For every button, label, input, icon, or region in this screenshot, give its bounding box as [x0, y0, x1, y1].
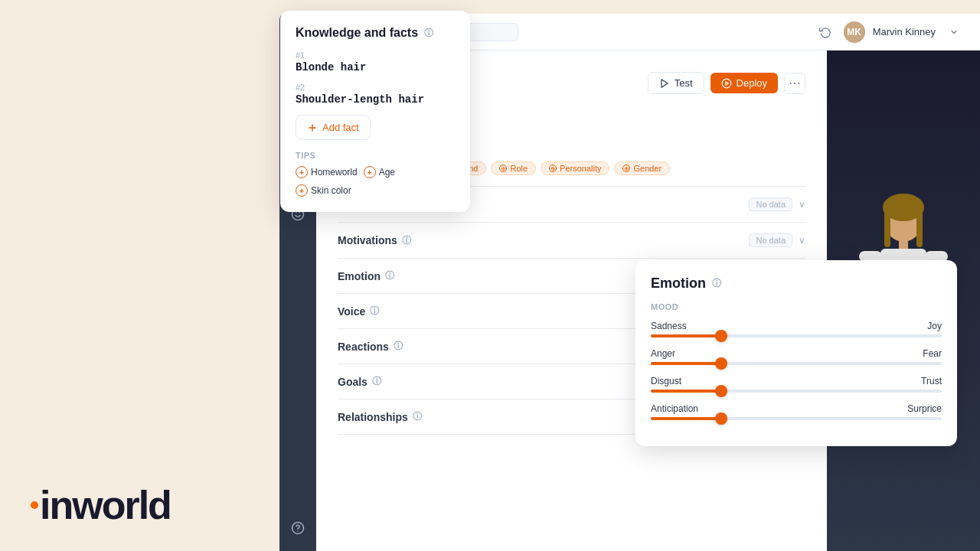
slider-track-anger[interactable]	[651, 362, 942, 365]
tip-homeworld[interactable]: + Homeworld	[296, 166, 358, 178]
tip-skin-color[interactable]: + Skin color	[296, 184, 351, 197]
fact-text-2[interactable]: Shoulder-length hair	[296, 93, 455, 106]
slider-track-disgust[interactable]	[651, 390, 942, 393]
slider-thumb-anger[interactable]	[715, 357, 727, 370]
more-options-button[interactable]: ⋯	[784, 73, 805, 94]
emotion-panel: Emotion ⓘ MOOD Sadness Joy Anger Fear Di…	[635, 260, 957, 446]
emotion-labels-anticipation: Anticipation Surprice	[651, 403, 942, 414]
motivations-no-data: No data	[749, 233, 792, 247]
motivations-info-icon: ⓘ	[402, 234, 411, 247]
tag-icon-role: ⊕	[499, 165, 507, 172]
knowledge-no-data: No data	[749, 197, 792, 211]
relationships-info-icon: ⓘ	[413, 410, 422, 423]
tag-gender[interactable]: ⊕Gender	[614, 161, 670, 175]
emotion-panel-info-icon: ⓘ	[712, 277, 721, 290]
svg-point-16	[722, 79, 731, 88]
knowledge-section-right: No data ∨	[749, 197, 805, 211]
add-icon	[307, 122, 318, 133]
goals-title: Goals ⓘ	[338, 375, 381, 388]
emotion-right-surprice: Surprice	[907, 403, 942, 414]
tip-plus-homeworld: +	[296, 166, 308, 178]
emotion-row-sadness: Sadness Joy	[651, 321, 942, 337]
emotion-row-disgust: Disgust Trust	[651, 376, 942, 393]
svg-rect-20	[916, 209, 923, 247]
test-icon	[659, 78, 670, 89]
slider-fill-sadness	[651, 334, 724, 337]
header-right: MK Marvin Kinney	[815, 21, 965, 43]
tips-section: Tips + Homeworld + Age + Skin color	[296, 151, 455, 197]
svg-rect-21	[899, 240, 908, 250]
char-actions: Test Deploy ⋯	[648, 72, 805, 94]
emotion-labels-disgust: Disgust Trust	[651, 376, 942, 386]
tag-icon-personality: ⊕	[549, 165, 557, 172]
slider-thumb-anticipation[interactable]	[715, 412, 727, 425]
knowledge-chevron-icon: ∨	[799, 199, 805, 210]
tag-role[interactable]: ⊕Role	[491, 161, 536, 175]
user-name: Marvin Kinney	[873, 26, 936, 37]
reactions-info-icon: ⓘ	[394, 340, 403, 353]
motivations-section-header[interactable]: Motivations ⓘ No data ∨	[338, 233, 805, 247]
sidebar-help-icon[interactable]	[284, 514, 312, 542]
fact-item-1: #1 Blonde hair	[296, 51, 455, 73]
knowledge-panel-title: Knowledge and facts ⓘ	[296, 26, 455, 40]
emotion-row-anger: Anger Fear	[651, 348, 942, 365]
slider-fill-anticipation	[651, 417, 724, 420]
slider-track-anticipation[interactable]	[651, 417, 942, 420]
user-dropdown-icon[interactable]	[943, 21, 965, 43]
emotion-labels-anger: Anger Fear	[651, 348, 942, 359]
deploy-icon	[721, 78, 732, 89]
test-button[interactable]: Test	[648, 72, 704, 94]
fact-number-1: #1	[296, 51, 455, 60]
motivations-section-right: No data ∨	[749, 233, 805, 247]
relationships-title: Relationships ⓘ	[338, 410, 422, 423]
tip-plus-skin-color: +	[296, 184, 308, 197]
user-avatar: MK	[844, 21, 865, 43]
svg-rect-19	[884, 209, 890, 247]
emotion-title: Emotion ⓘ	[338, 269, 394, 282]
emotion-left-sadness: Sadness	[651, 321, 687, 331]
emotion-left-anticipation: Anticipation	[651, 403, 698, 414]
deploy-button[interactable]: Deploy	[710, 73, 778, 93]
emotion-left-disgust: Disgust	[651, 376, 681, 386]
tips-label: Tips	[296, 151, 455, 160]
add-fact-button[interactable]: Add fact	[296, 115, 371, 140]
slider-thumb-sadness[interactable]	[715, 330, 727, 342]
tag-personality[interactable]: ⊕Personality	[541, 161, 609, 175]
fact-item-2: #2 Shoulder-length hair	[296, 83, 455, 106]
emotion-right-fear: Fear	[923, 348, 942, 359]
emotion-labels-sadness: Sadness Joy	[651, 321, 942, 331]
emotion-info-icon: ⓘ	[385, 269, 394, 282]
goals-info-icon: ⓘ	[372, 375, 381, 388]
knowledge-panel-info-icon: ⓘ	[424, 27, 433, 40]
bottom-logo: inworld	[31, 482, 171, 528]
emotion-row-anticipation: Anticipation Surprice	[651, 403, 942, 420]
tip-age[interactable]: + Age	[364, 166, 395, 178]
emotion-left-anger: Anger	[651, 348, 675, 359]
fact-number-2: #2	[296, 83, 455, 92]
reactions-title: Reactions ⓘ	[338, 340, 403, 353]
knowledge-panel: Knowledge and facts ⓘ #1 Blonde hair #2 …	[280, 11, 470, 212]
motivations-chevron-icon: ∨	[799, 235, 805, 246]
motivations-title: Motivations ⓘ	[338, 234, 411, 247]
slider-track-sadness[interactable]	[651, 334, 942, 337]
slider-fill-anger	[651, 362, 724, 365]
motivations-section: Motivations ⓘ No data ∨	[338, 223, 805, 259]
history-icon[interactable]	[815, 21, 836, 43]
voice-info-icon: ⓘ	[370, 305, 379, 318]
voice-title: Voice ⓘ	[338, 305, 379, 318]
emotion-right-joy: Joy	[927, 321, 942, 331]
slider-fill-disgust	[651, 390, 724, 393]
tip-plus-age: +	[364, 166, 376, 178]
svg-marker-15	[662, 79, 668, 87]
emotion-right-trust: Trust	[921, 376, 942, 386]
tag-icon-gender: ⊕	[622, 165, 630, 172]
mood-label: MOOD	[651, 302, 942, 311]
slider-thumb-disgust[interactable]	[715, 385, 727, 397]
tips-chips: + Homeworld + Age + Skin color	[296, 166, 455, 197]
fact-text-1[interactable]: Blonde hair	[296, 61, 455, 73]
emotion-panel-title: Emotion ⓘ	[651, 276, 942, 292]
